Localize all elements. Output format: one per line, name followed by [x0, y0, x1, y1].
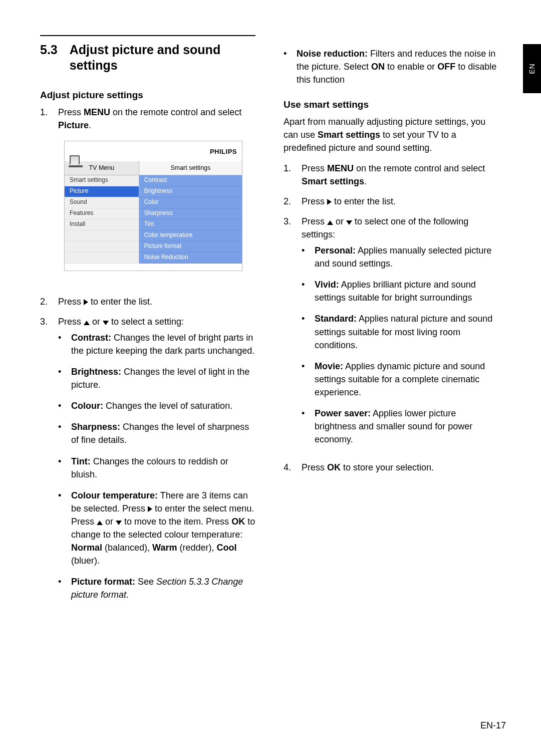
right-step-3: Press or to select one of the following … [284, 215, 499, 454]
setting-colour-temperature: Colour temperature: There are 3 items ca… [58, 489, 255, 568]
tv-right-item: Sharpness [139, 208, 242, 219]
left-step-2: Press to enter the list. [40, 295, 255, 308]
option-standard: Standard: Applies natural picture and so… [302, 312, 499, 351]
ok-key: OK [231, 517, 245, 527]
tv-menu-footer [65, 264, 242, 271]
tv-left-item: Install [65, 219, 139, 230]
tv-menu-tabs: TV Menu Smart settings [65, 161, 242, 175]
page: { "sideTab": "EN", "section": { "number"… [0, 0, 541, 756]
setting-colour: Colour: Changes the level of saturation. [58, 399, 255, 412]
right-step-1: Press MENU on the remote control and sel… [284, 162, 499, 188]
right-arrow-icon [148, 506, 152, 512]
setting-noise-reduction: Noise reduction: Filters and reduces the… [284, 47, 499, 86]
section-divider [40, 35, 255, 36]
tv-left-item-selected: Picture [65, 186, 139, 197]
option-power-saver: Power saver: Applies lower picture brigh… [302, 407, 499, 446]
tv-left-empty [65, 253, 139, 264]
down-arrow-icon [103, 321, 109, 325]
right-step-2: Press to enter the list. [284, 195, 499, 208]
tv-right-item: Contrast [139, 175, 242, 186]
tv-icon [70, 155, 80, 164]
right-column: Noise reduction: Filters and reduces the… [284, 35, 499, 616]
up-arrow-icon [327, 220, 333, 225]
picture-target: Picture [58, 120, 89, 130]
tv-right-item: Color temperature [139, 230, 242, 241]
option-personal: Personal: Applies manually selected pict… [302, 244, 499, 270]
right-step-4: Press OK to store your selection. [284, 461, 499, 474]
tv-menu-figure: PHILIPS TV Menu Smart settings Smart set… [64, 141, 242, 271]
language-tab-label: EN [528, 63, 536, 74]
tv-menu-header: PHILIPS [65, 141, 242, 161]
tv-right-item: Brightness [139, 186, 242, 197]
tv-left-empty [65, 241, 139, 253]
setting-sharpness: Sharpness: Changes the level of sharpnes… [58, 420, 255, 446]
down-arrow-icon [346, 220, 352, 225]
right-arrow-icon [327, 199, 332, 205]
setting-contrast: Contrast: Changes the level of bright pa… [58, 331, 255, 357]
up-arrow-icon [97, 521, 103, 525]
smart-settings-target: Smart settings [302, 176, 364, 186]
language-tab: EN [523, 44, 541, 93]
subheading-adjust-picture: Adjust picture settings [40, 90, 255, 101]
tv-right-item: Noise Reduction [139, 253, 242, 264]
section-title: Adjust picture and sound settings [70, 42, 255, 74]
tv-menu-right-pane: Contrast Brightness Color Sharpness Tint… [139, 175, 242, 264]
tv-right-item: Tint [139, 219, 242, 230]
off-label: OFF [437, 62, 455, 72]
tv-left-empty [65, 230, 139, 241]
page-number: EN-17 [480, 720, 506, 731]
up-arrow-icon [84, 321, 90, 325]
tv-menu-left-pane: Smart settings Picture Sound Features In… [65, 175, 139, 264]
setting-tint: Tint: Changes the colours to reddish or … [58, 455, 255, 481]
menu-key: MENU [84, 107, 110, 117]
setting-brightness: Brightness: Changes the level of light i… [58, 365, 255, 391]
left-column: 5.3 Adjust picture and sound settings Ad… [40, 35, 255, 616]
ok-key: OK [327, 462, 341, 472]
tv-left-item: Sound [65, 197, 139, 208]
setting-picture-format: Picture format: See Section 5.3.3 Change… [58, 575, 255, 601]
section-heading: 5.3 Adjust picture and sound settings [40, 42, 255, 74]
subheading-smart-settings: Use smart settings [284, 99, 499, 110]
section-number: 5.3 [40, 42, 58, 74]
option-movie: Movie: Applies dynamic picture and sound… [302, 360, 499, 399]
left-step-1: Press MENU on the remote control and sel… [40, 106, 255, 288]
menu-key: MENU [327, 163, 354, 173]
smart-settings-intro: Apart from manually adjusting picture se… [284, 115, 499, 154]
right-arrow-icon [84, 299, 88, 305]
option-vivid: Vivid: Applies brilliant picture and sou… [302, 278, 499, 304]
down-arrow-icon [116, 521, 122, 525]
tv-right-item: Picture format [139, 241, 242, 253]
on-label: ON [371, 62, 385, 72]
tv-menu-tab-right: Smart settings [139, 161, 242, 175]
tv-left-item: Smart settings [65, 175, 139, 186]
left-step-3: Press or to select a setting: Contrast: … [40, 315, 255, 610]
tv-right-item: Color [139, 197, 242, 208]
tv-left-item: Features [65, 208, 139, 219]
brand-label: PHILIPS [210, 147, 237, 157]
